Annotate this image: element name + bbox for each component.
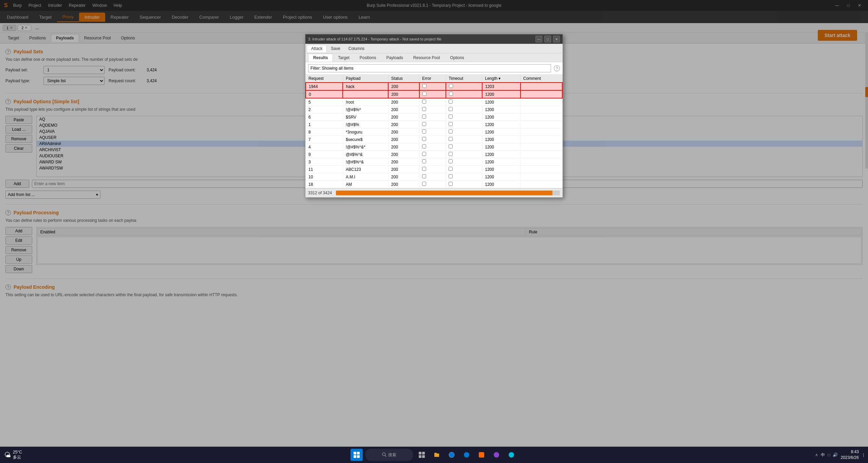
cell-request: 3 — [306, 158, 343, 166]
table-row[interactable]: 1 !@#$% 200 1200 — [306, 121, 562, 128]
time-value: 8:43 — [841, 449, 858, 455]
cell-request: 2 — [306, 106, 343, 113]
cell-status: 200 — [388, 136, 419, 143]
table-row[interactable]: 18 AM 200 1200 — [306, 181, 562, 188]
cell-comment — [521, 121, 562, 128]
cell-payload: A.M.I — [343, 173, 388, 181]
cell-payload: $SRV — [343, 113, 388, 121]
table-row[interactable]: 4 !@#$%^&* 200 1200 — [306, 143, 562, 151]
taskbar-app2-icon[interactable] — [490, 449, 503, 461]
modal-minimize-button[interactable]: — — [535, 36, 542, 42]
table-row[interactable]: 2 !@#$%^ 200 1200 — [306, 106, 562, 113]
cell-status: 200 — [388, 106, 419, 113]
table-row[interactable]: 9 @#$%^& 200 1200 — [306, 151, 562, 158]
cell-status: 200 — [388, 143, 419, 151]
svg-rect-2 — [354, 455, 356, 458]
cell-request: 7 — [306, 136, 343, 143]
table-row[interactable]: 10 A.M.I 200 1200 — [306, 173, 562, 181]
taskbar-volume-icon[interactable]: 🔊 — [833, 452, 838, 457]
taskbar-browser-icon[interactable] — [446, 449, 458, 461]
taskbar-right: ∧ 中 □ 🔊 8:43 2023/6/26 | — [815, 449, 864, 461]
modal-tab-options[interactable]: Options — [445, 54, 469, 62]
cell-status: 200 — [388, 181, 419, 188]
col-length[interactable]: Length ▾ — [482, 75, 521, 83]
cell-timeout — [446, 98, 482, 106]
modal-close-button[interactable]: ✕ — [553, 36, 560, 42]
modal-footer: 3312 of 3424 — [305, 188, 563, 197]
modal-nav-columns[interactable]: Columns — [344, 45, 369, 52]
taskbar-show-desktop[interactable]: | — [862, 452, 864, 457]
cell-status: 200 — [388, 121, 419, 128]
taskbar-edge-icon[interactable] — [460, 449, 473, 461]
modal-nav-save[interactable]: Save — [327, 45, 344, 52]
col-comment[interactable]: Comment — [521, 75, 562, 83]
modal-filter-input[interactable] — [308, 64, 551, 72]
cell-request: 4 — [306, 143, 343, 151]
table-header-row: Request Payload Status Error Timeout Len… — [306, 75, 562, 83]
col-error[interactable]: Error — [419, 75, 446, 83]
table-row[interactable]: 8 *3noguru 200 1200 — [306, 128, 562, 136]
cell-length: 1200 — [482, 113, 521, 121]
table-row[interactable]: 3 !@#$%^& 200 1200 — [306, 158, 562, 166]
cell-status: 200 — [388, 158, 419, 166]
modal-nav-attack[interactable]: Attack — [307, 45, 327, 52]
cell-payload — [343, 90, 388, 98]
col-status[interactable]: Status — [388, 75, 419, 83]
modal-maximize-button[interactable]: □ — [544, 36, 551, 42]
table-row[interactable]: 5 !root 200 1200 — [306, 98, 562, 106]
col-request[interactable]: Request — [306, 75, 343, 83]
cell-error — [419, 181, 446, 188]
date-value: 2023/6/26 — [841, 455, 858, 461]
cell-error — [419, 136, 446, 143]
modal-tab-resource-pool[interactable]: Resource Pool — [408, 54, 445, 62]
cell-request: 6 — [306, 113, 343, 121]
modal-tab-positions[interactable]: Positions — [355, 54, 381, 62]
table-row[interactable]: 11 ABC123 200 1200 — [306, 166, 562, 173]
cell-length: 1200 — [482, 151, 521, 158]
modal-filter-help-icon[interactable]: ? — [554, 65, 560, 71]
windows-start-icon[interactable] — [351, 449, 363, 461]
taskbar-app3-icon[interactable] — [505, 449, 517, 461]
cell-comment — [521, 181, 562, 188]
cell-comment — [521, 136, 562, 143]
taskbar-files-icon[interactable] — [431, 449, 443, 461]
table-row[interactable]: 0 200 1200 — [306, 90, 562, 98]
modal-tab-results[interactable]: Results — [308, 54, 333, 62]
cell-request: 1 — [306, 121, 343, 128]
taskbar-lang[interactable]: 中 — [821, 452, 825, 458]
modal-tab-payloads[interactable]: Payloads — [381, 54, 408, 62]
cell-length: 1200 — [482, 128, 521, 136]
taskbar-task-view-icon[interactable] — [416, 449, 428, 461]
cell-payload: @#$%^& — [343, 151, 388, 158]
cell-comment — [521, 143, 562, 151]
modal-table-container[interactable]: Request Payload Status Error Timeout Len… — [305, 75, 563, 188]
cell-error — [419, 143, 446, 151]
taskbar-search-icon[interactable]: 搜索 — [365, 449, 413, 461]
svg-rect-0 — [354, 452, 356, 455]
modal-tab-target[interactable]: Target — [333, 54, 354, 62]
cell-payload: !root — [343, 98, 388, 106]
table-row[interactable]: 6 $SRV 200 1200 — [306, 113, 562, 121]
taskbar-clock: 8:43 2023/6/26 — [841, 449, 858, 461]
weather-info: 25°C 多云 — [13, 450, 22, 460]
cell-error — [419, 113, 446, 121]
col-timeout[interactable]: Timeout — [446, 75, 482, 83]
cell-comment — [521, 166, 562, 173]
cell-length: 1200 — [482, 181, 521, 188]
cell-length: 1200 — [482, 106, 521, 113]
cell-payload: $secure$ — [343, 136, 388, 143]
table-row[interactable]: 1944 hack 200 1203 — [306, 83, 562, 90]
taskbar-display-icon[interactable]: □ — [828, 452, 830, 457]
cell-timeout — [446, 173, 482, 181]
modal-title-controls: — □ ✕ — [535, 36, 560, 42]
cell-comment — [521, 98, 562, 106]
cell-payload: !@#$%^ — [343, 106, 388, 113]
cell-error — [419, 98, 446, 106]
table-row[interactable]: 7 $secure$ 200 1200 — [306, 136, 562, 143]
cell-error — [419, 106, 446, 113]
col-payload[interactable]: Payload — [343, 75, 388, 83]
cell-comment — [521, 173, 562, 181]
weather-icon: 🌤 — [4, 451, 11, 459]
taskbar-app1-icon[interactable] — [475, 449, 488, 461]
cell-length: 1200 — [482, 143, 521, 151]
